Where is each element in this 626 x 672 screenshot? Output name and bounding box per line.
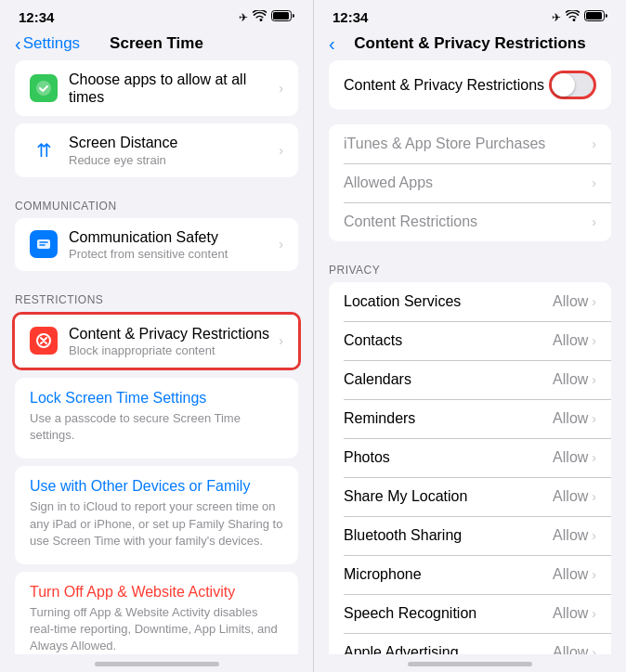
allowed-apps-item[interactable]: Allowed Apps › bbox=[329, 163, 611, 202]
use-family-action[interactable]: Use with Other Devices or Family Sign in… bbox=[15, 466, 298, 564]
speech-recognition-label: Speech Recognition bbox=[344, 605, 476, 622]
bluetooth-label: Bluetooth Sharing bbox=[344, 527, 462, 544]
turn-off-action[interactable]: Turn Off App & Website Activity Turning … bbox=[15, 572, 298, 654]
speech-recognition-item[interactable]: Speech Recognition Allow › bbox=[329, 594, 611, 633]
location-services-value: Allow bbox=[553, 293, 588, 310]
battery-icon-r bbox=[584, 10, 607, 24]
share-location-item[interactable]: Share My Location Allow › bbox=[329, 477, 611, 516]
status-icons-right: ✈ bbox=[552, 10, 607, 24]
communication-safety-icon bbox=[30, 230, 58, 258]
toggle-row: Content & Privacy Restrictions bbox=[329, 60, 611, 110]
toggle-knob bbox=[552, 73, 575, 97]
reminders-label: Reminders bbox=[344, 410, 415, 427]
content-privacy-item[interactable]: Content & Privacy Restrictions Block ina… bbox=[15, 315, 298, 368]
content-list-card: iTunes & App Store Purchases › Allowed A… bbox=[329, 124, 611, 241]
microphone-item[interactable]: Microphone Allow › bbox=[329, 555, 611, 594]
use-family-title[interactable]: Use with Other Devices or Family bbox=[30, 478, 283, 495]
content-privacy-card: Content & Privacy Restrictions Block ina… bbox=[15, 315, 298, 368]
privacy-list-card: Location Services Allow › Contacts Allow… bbox=[329, 282, 611, 654]
content-privacy-subtitle: Block inappropriate content bbox=[69, 343, 271, 357]
svg-rect-6 bbox=[586, 12, 602, 19]
share-location-value: Allow bbox=[553, 488, 588, 505]
right-scroll-content: Content & Privacy Restrictions iTunes & … bbox=[314, 60, 626, 654]
always-allowed-title: Choose apps to allow at all times bbox=[69, 71, 271, 106]
content-privacy-toggle[interactable] bbox=[549, 71, 596, 99]
left-panel: 12:34 ✈ ‹ Settin bbox=[0, 0, 313, 672]
content-restrictions-label: Content Restrictions bbox=[344, 213, 477, 230]
microphone-value: Allow bbox=[553, 566, 588, 583]
communication-safety-card: Communication Safety Protect from sensit… bbox=[15, 218, 298, 271]
apple-advertising-chevron: › bbox=[592, 645, 596, 654]
calendars-chevron: › bbox=[592, 372, 596, 387]
lock-screen-action[interactable]: Lock Screen Time Settings Use a passcode… bbox=[15, 378, 298, 459]
bluetooth-item[interactable]: Bluetooth Sharing Allow › bbox=[329, 516, 611, 555]
contacts-value: Allow bbox=[553, 332, 588, 349]
back-button-left[interactable]: ‹ Settings bbox=[15, 34, 80, 53]
turn-off-title[interactable]: Turn Off App & Website Activity bbox=[30, 584, 283, 601]
wifi-icon-r bbox=[566, 10, 580, 24]
right-panel: 12:34 ✈ ‹ Con bbox=[313, 0, 626, 672]
photos-item[interactable]: Photos Allow › bbox=[329, 438, 611, 477]
status-bar-right: 12:34 ✈ bbox=[314, 0, 626, 31]
lock-screen-desc: Use a passcode to secure Screen Time set… bbox=[30, 410, 283, 455]
calendars-label: Calendars bbox=[344, 371, 411, 388]
itunes-purchases-label: iTunes & App Store Purchases bbox=[344, 136, 545, 152]
content-privacy-icon bbox=[30, 327, 58, 355]
location-services-chevron: › bbox=[592, 294, 596, 309]
location-services-item[interactable]: Location Services Allow › bbox=[329, 282, 611, 321]
svg-rect-1 bbox=[273, 12, 289, 19]
turn-off-desc: Turning off App & Website Activity disab… bbox=[30, 604, 283, 654]
battery-icon bbox=[271, 10, 294, 24]
status-time-right: 12:34 bbox=[333, 9, 368, 25]
apple-advertising-item[interactable]: Apple Advertising Allow › bbox=[329, 633, 611, 654]
screen-distance-subtitle: Reduce eye strain bbox=[69, 153, 271, 167]
back-chevron-left: ‹ bbox=[15, 34, 21, 53]
photos-label: Photos bbox=[344, 449, 390, 466]
bluetooth-chevron: › bbox=[592, 528, 596, 543]
allowed-apps-chevron: › bbox=[592, 175, 596, 190]
contacts-chevron: › bbox=[592, 333, 596, 348]
content-restrictions-item[interactable]: Content Restrictions › bbox=[329, 202, 611, 241]
turn-off-card: Turn Off App & Website Activity Turning … bbox=[15, 572, 298, 654]
itunes-chevron: › bbox=[592, 136, 596, 151]
itunes-purchases-item[interactable]: iTunes & App Store Purchases › bbox=[329, 124, 611, 163]
back-button-right[interactable]: ‹ bbox=[329, 34, 337, 53]
apple-advertising-label: Apple Advertising bbox=[344, 644, 459, 654]
content-privacy-chevron: › bbox=[279, 333, 283, 348]
lock-screen-title[interactable]: Lock Screen Time Settings bbox=[30, 390, 283, 407]
status-time-left: 12:34 bbox=[19, 9, 54, 25]
communication-safety-title: Communication Safety bbox=[69, 228, 271, 246]
reminders-item[interactable]: Reminders Allow › bbox=[329, 399, 611, 438]
calendars-value: Allow bbox=[553, 371, 588, 388]
communication-safety-item[interactable]: Communication Safety Protect from sensit… bbox=[15, 218, 298, 271]
section-communication: COMMUNICATION bbox=[0, 185, 313, 218]
photos-chevron: › bbox=[592, 450, 596, 465]
always-allowed-icon bbox=[30, 74, 58, 102]
content-restrictions-chevron: › bbox=[592, 214, 596, 229]
apple-advertising-value: Allow bbox=[553, 644, 588, 654]
microphone-chevron: › bbox=[592, 567, 596, 582]
use-family-card: Use with Other Devices or Family Sign in… bbox=[15, 466, 298, 564]
back-chevron-right: ‹ bbox=[329, 34, 335, 53]
nav-bar-right: ‹ Content & Privacy Restrictions bbox=[314, 31, 626, 60]
reminders-chevron: › bbox=[592, 411, 596, 426]
calendars-item[interactable]: Calendars Allow › bbox=[329, 360, 611, 399]
screen-distance-chevron: › bbox=[279, 143, 283, 158]
status-bar-left: 12:34 ✈ bbox=[0, 0, 313, 31]
home-indicator-right bbox=[408, 662, 532, 666]
speech-recognition-value: Allow bbox=[553, 605, 588, 622]
nav-title-left: Screen Time bbox=[110, 34, 203, 53]
svg-rect-3 bbox=[37, 239, 50, 249]
screen-distance-card: ⇈ Screen Distance Reduce eye strain › bbox=[15, 123, 298, 176]
screen-distance-item[interactable]: ⇈ Screen Distance Reduce eye strain › bbox=[15, 123, 298, 176]
left-scroll-content: Choose apps to allow at all times › ⇈ Sc… bbox=[0, 60, 313, 654]
wifi-icon bbox=[253, 10, 267, 24]
share-location-chevron: › bbox=[592, 489, 596, 504]
toggle-label: Content & Privacy Restrictions bbox=[344, 77, 544, 94]
speech-recognition-chevron: › bbox=[592, 606, 596, 621]
contacts-item[interactable]: Contacts Allow › bbox=[329, 321, 611, 360]
always-allowed-item[interactable]: Choose apps to allow at all times › bbox=[15, 60, 298, 116]
back-label-left: Settings bbox=[23, 34, 80, 53]
section-privacy: PRIVACY bbox=[314, 249, 626, 282]
content-privacy-title: Content & Privacy Restrictions bbox=[69, 325, 271, 342]
